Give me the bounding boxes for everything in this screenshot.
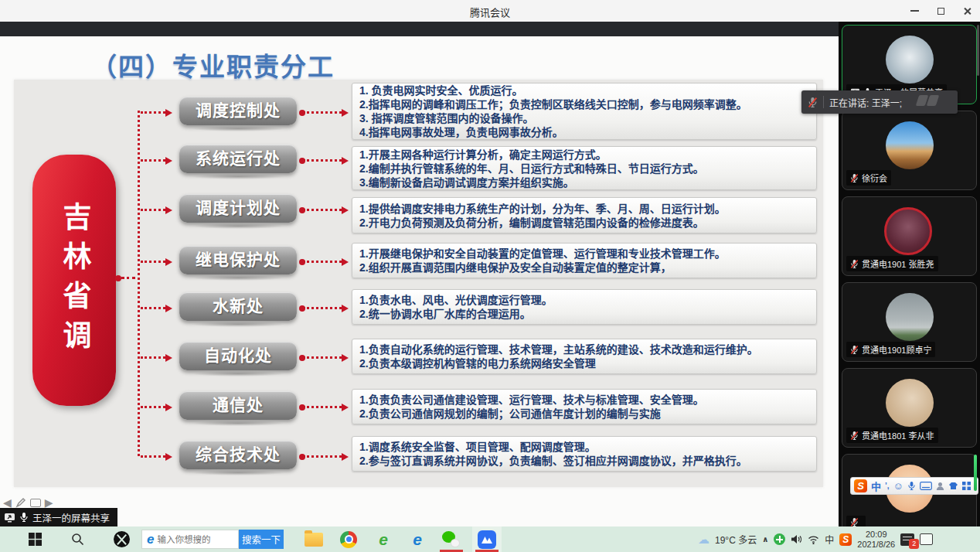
close-button[interactable] — [954, 0, 980, 22]
connector-duty — [303, 111, 342, 114]
windows-logo-icon — [29, 533, 42, 546]
duty-line: 1.负责负责公司通信建设管理、运行管理、技术与标准管理、安全管理。 — [359, 393, 816, 407]
tray-expand-icon[interactable]: ∧ — [762, 535, 768, 543]
notification-badge: 2 — [909, 539, 919, 549]
toolbox-grid-icon[interactable] — [962, 482, 971, 490]
keyboard-icon[interactable] — [920, 482, 932, 490]
dept-button: 继电保护处 — [179, 246, 297, 274]
duty-line: 2.开电力负荷预测及负荷分析，编制调度管辖范围内设备的检修进度表。 — [359, 216, 816, 230]
user-icon[interactable] — [936, 482, 944, 491]
participant-name: 贯通电1901顾卓宁 — [862, 343, 931, 356]
duty-line: 1.开展继电保护和安全自动装置的定值管理、运行管理和专业技术管理工作。 — [359, 247, 816, 261]
avatar — [886, 379, 934, 427]
web-search-input[interactable] — [157, 535, 225, 544]
pinwheel-app-button[interactable] — [110, 526, 133, 552]
skin-icon[interactable] — [948, 482, 958, 490]
pen-icon[interactable] — [15, 497, 26, 508]
connector-branch — [141, 406, 165, 408]
duty-line: 4.指挥电网事故处理，负责电网事故分析。 — [359, 125, 816, 139]
mic-icon — [19, 512, 29, 523]
duty-line: 1. 负责电网实时安全、优质运行。 — [359, 83, 816, 97]
tencent-meeting-button[interactable] — [475, 526, 499, 552]
next-slide-button[interactable]: ▶ — [45, 496, 53, 509]
minimize-button[interactable] — [901, 0, 927, 22]
screen-share-icon — [4, 513, 15, 523]
dept-button: 通信处 — [179, 391, 297, 420]
tencent-meeting-icon — [478, 530, 496, 549]
org-name: 吉林省调 — [53, 202, 95, 359]
browser-360-button[interactable]: e — [372, 526, 395, 552]
web-search-box[interactable]: e — [141, 530, 239, 549]
system-tray: ☁ 19°C 多云 ∧ 中 S 20:09 2021/8/26 2 — [698, 526, 933, 552]
meeting-watermark-icon — [917, 95, 937, 106]
start-button[interactable] — [23, 526, 46, 552]
speaking-toast-text: 正在讲话: 王泽一; — [829, 96, 902, 109]
dept-button: 水新处 — [179, 292, 297, 321]
close-icon — [963, 7, 971, 15]
taskbar-search-button[interactable] — [66, 526, 89, 552]
participant-tile[interactable]: 徐衍会 — [842, 111, 977, 190]
slide-content-panel — [14, 80, 823, 487]
voice-input-icon[interactable] — [907, 481, 916, 491]
tray-date: 2021/8/26 — [857, 540, 895, 550]
connector-duty — [303, 455, 342, 458]
green-e-browser-icon: e — [379, 530, 388, 549]
duty-line: 1.负责自动化系统的运行管理、技术管理，主站系统的建设、技术改造和运行维护。 — [359, 342, 816, 356]
org-box: 吉林省调 — [32, 155, 116, 406]
wechat-button[interactable] — [439, 526, 462, 552]
ie-button[interactable]: e — [406, 526, 429, 552]
emoji-icon[interactable]: ☺ — [893, 480, 903, 492]
mic-muted-icon — [850, 431, 859, 441]
ime-mode-toggle[interactable]: 中 — [871, 479, 881, 493]
dept-button: 自动化处 — [179, 342, 297, 370]
meeting-tray-icon[interactable]: 2 — [900, 533, 914, 546]
participant-tile[interactable]: 贯通电1901顾卓宁 — [842, 282, 977, 362]
sogou-logo-icon[interactable]: S — [854, 479, 867, 492]
search-icon — [71, 533, 84, 546]
minimize-icon — [910, 10, 919, 12]
prev-slide-button[interactable]: ◀ — [3, 496, 12, 509]
duty-line: 1.开展主网各种运行计算分析，确定主网运行方式。 — [359, 148, 816, 162]
slide-top-bar — [0, 22, 839, 36]
safety-tray-icon[interactable] — [774, 533, 785, 545]
duty-box: 1.负责负责公司通信建设管理、运行管理、技术与标准管理、安全管理。 2.负责公司… — [352, 389, 817, 424]
mic-muted-icon — [850, 259, 859, 269]
participant-label: 贯通电1901 张胜尧 — [846, 256, 938, 271]
sogou-tray-icon[interactable]: S — [839, 533, 852, 546]
file-explorer-button[interactable] — [302, 526, 325, 552]
window-titlebar: 腾讯会议 — [0, 0, 980, 22]
participant-tile[interactable]: 贯通电1801 李从非 — [842, 368, 977, 448]
sidebar-scrollbar[interactable] — [977, 25, 979, 76]
dept-button: 综合技术处 — [179, 441, 297, 469]
taskbar: e 搜索一下 e e ☁ 19°C 多云 ∧ 中 S 20:09 — [0, 526, 980, 552]
duty-line: 3. 指挥调度管辖范围内的设备操作。 — [359, 111, 816, 125]
participant-label: 贯通电1901顾卓宁 — [846, 342, 935, 357]
participant-name: 徐衍会 — [862, 172, 887, 184]
duty-line: 1.负责水电、风电、光伏调度运行管理。 — [359, 293, 816, 307]
web-search-go-button[interactable]: 搜索一下 — [239, 530, 284, 549]
ime-tray-mode[interactable]: 中 — [825, 533, 834, 546]
ime-punct-toggle[interactable]: ’, — [885, 482, 890, 490]
duty-line: 3.编制新设备启动调试调度方案并组织实施。 — [359, 175, 816, 189]
duty-box: 1.开展继电保护和安全自动装置的定值管理、运行管理和专业技术管理工作。 2.组织… — [352, 243, 817, 278]
volume-icon[interactable] — [791, 534, 802, 544]
dept-button: 调度控制处 — [179, 97, 297, 125]
mic-muted-icon — [850, 173, 859, 183]
connector-branch — [141, 111, 165, 114]
avatar — [886, 36, 934, 83]
connector-duty — [303, 356, 342, 359]
weather-text[interactable]: 19°C 多云 — [715, 533, 757, 546]
maximize-button[interactable] — [927, 0, 954, 22]
weather-cloud-icon[interactable]: ☁ — [698, 533, 709, 547]
pinwheel-icon — [114, 531, 130, 547]
network-icon[interactable] — [808, 535, 819, 544]
connector-branch — [141, 307, 165, 309]
participant-tile[interactable]: 贯通电1901 张胜尧 — [842, 196, 977, 276]
ime-toolbar[interactable]: S 中 ’, ☺ — [850, 477, 978, 495]
shared-screen: （四）专业职责分工 吉林省调 调度控制处 系统运行处 调度计划处 继电保护处 水… — [0, 22, 839, 526]
chrome-button[interactable] — [337, 526, 360, 552]
comment-icon[interactable] — [30, 499, 41, 507]
clock[interactable]: 20:09 2021/8/26 — [857, 530, 895, 550]
folder-icon — [305, 533, 323, 547]
action-center-icon[interactable] — [920, 533, 933, 545]
